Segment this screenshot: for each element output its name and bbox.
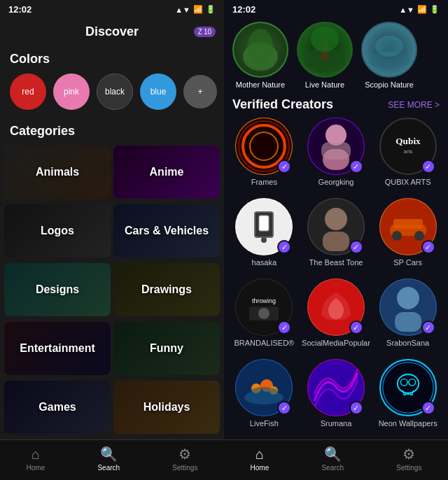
creator-neon-name: Neon Wallpapers <box>379 419 438 428</box>
nature-live-circle <box>297 22 353 78</box>
category-cars-label: Cars & Vehicles <box>125 225 209 237</box>
creator-beast-name: The Beast Tone <box>309 258 363 267</box>
svg-point-2 <box>248 29 273 64</box>
left-bottom-nav: ⌂ Home 🔍 Search ⚙ Settings <box>0 439 224 480</box>
nature-mother-circle <box>232 22 288 78</box>
creator-spcars-wrap: ✓ <box>379 198 437 255</box>
category-funny[interactable]: Funny <box>113 322 220 375</box>
creator-frames-wrap: ✓ <box>235 118 293 175</box>
right-nav-search[interactable]: 🔍 Search <box>321 446 344 472</box>
svg-point-9 <box>375 36 403 57</box>
nav-home[interactable]: ⌂ Home <box>27 446 46 472</box>
nav-home-label: Home <box>27 464 46 472</box>
creator-qubix-name: QUBIX ARTS <box>385 178 431 186</box>
svg-point-36 <box>258 308 270 319</box>
creator-srumana[interactable]: ✓ Srumana <box>302 359 371 437</box>
category-games-label: Games <box>38 401 76 414</box>
category-anime[interactable]: Anime <box>113 146 220 199</box>
right-nav-settings[interactable]: ⚙ Settings <box>396 446 421 472</box>
creator-georgking[interactable]: ✓ Georgking <box>302 118 371 195</box>
category-holidays-label: Holidays <box>144 401 190 414</box>
right-nav-home-label: Home <box>251 464 270 472</box>
nature-live[interactable]: Live Nature <box>297 22 353 89</box>
color-pink-label: pink <box>64 87 79 97</box>
category-entertainment[interactable]: Entertainment <box>4 322 111 375</box>
creator-brand-wrap: throwing ✓ <box>235 278 293 336</box>
see-more-button[interactable]: SEE MORE > <box>388 100 440 110</box>
nature-scopio[interactable]: Scopio Nature <box>361 22 417 89</box>
color-blue-label: blue <box>150 87 167 97</box>
category-games[interactable]: Games <box>4 381 111 434</box>
creator-social[interactable]: ✓ SocialMediaPopular <box>302 278 371 356</box>
svg-point-30 <box>392 231 402 241</box>
creator-qubix[interactable]: Qubix arts ✓ QUBIX ARTS <box>373 118 442 195</box>
category-animals[interactable]: Animals <box>4 146 111 199</box>
colors-row: red pink black blue + <box>0 71 224 117</box>
right-nav-home[interactable]: ⌂ Home <box>251 446 270 472</box>
color-black[interactable]: black <box>97 73 133 110</box>
creator-srumana-wrap: ✓ <box>307 359 365 416</box>
color-more-label: + <box>197 87 202 97</box>
svg-rect-17 <box>321 142 351 160</box>
creator-neon[interactable]: ✓ Neon Wallpapers <box>373 359 442 437</box>
category-holidays[interactable]: Holidays <box>113 381 220 434</box>
verified-title: Verified Creators <box>232 97 333 112</box>
qubix-verified-badge: ✓ <box>421 160 435 174</box>
left-header: Discover Z 10 <box>0 19 224 45</box>
creator-hasaka-name: hasaka <box>252 258 276 267</box>
color-blue[interactable]: blue <box>140 73 176 110</box>
category-designs[interactable]: Designs <box>4 263 111 316</box>
svg-point-26 <box>325 208 347 230</box>
discover-title: Discover <box>85 24 139 39</box>
nature-scopio-label: Scopio Nature <box>365 80 414 89</box>
right-search-icon: 🔍 <box>324 446 342 463</box>
georgking-verified-badge: ✓ <box>349 160 363 174</box>
category-drawings[interactable]: Drawings <box>113 263 220 316</box>
livefish-verified-badge: ✓ <box>277 401 291 415</box>
creator-frames[interactable]: ✓ Frames <box>230 118 299 195</box>
settings-icon: ⚙ <box>178 446 191 463</box>
creator-livefish-name: LiveFish <box>250 419 279 428</box>
creator-georgking-wrap: ✓ <box>307 118 365 175</box>
creator-brand[interactable]: throwing ✓ BRANDALISED® <box>230 278 299 356</box>
color-pink[interactable]: pink <box>53 73 90 110</box>
nav-search[interactable]: 🔍 Search <box>97 446 120 472</box>
creator-srumana-name: Srumana <box>321 419 352 428</box>
color-black-label: black <box>105 87 125 97</box>
color-more[interactable]: + <box>183 75 217 108</box>
category-drawings-label: Drawings <box>141 283 192 296</box>
creator-livefish[interactable]: ✓ LiveFish <box>230 359 299 437</box>
nature-live-label: Live Nature <box>305 80 344 89</box>
nature-mother[interactable]: Mother Nature <box>232 22 288 89</box>
left-status-bar: 12:02 ▲▼ 📶 🔋 <box>0 0 224 19</box>
nature-scroll: Mother Nature Live Nature <box>224 19 448 92</box>
category-logos[interactable]: Logos <box>4 204 111 257</box>
beast-verified-badge: ✓ <box>349 240 363 254</box>
nav-settings[interactable]: ⚙ Settings <box>172 446 197 472</box>
left-time: 12:02 <box>8 4 31 15</box>
hasaka-verified-badge: ✓ <box>277 240 291 254</box>
right-home-icon: ⌂ <box>255 446 264 463</box>
category-entertainment-label: Entertainment <box>20 342 95 355</box>
categories-label: Categories <box>0 117 224 143</box>
right-status-icons: ▲▼ 📶 🔋 <box>399 5 440 14</box>
svg-point-46 <box>250 387 278 398</box>
category-designs-label: Designs <box>36 283 79 296</box>
creator-srabon[interactable]: ✓ SrabonSana <box>373 278 442 356</box>
creator-srabon-wrap: ✓ <box>379 278 437 336</box>
srumana-verified-badge: ✓ <box>349 401 363 415</box>
category-cars[interactable]: Cars & Vehicles <box>113 204 220 257</box>
home-icon: ⌂ <box>31 446 40 463</box>
creator-spcars[interactable]: ✓ SP Cars <box>373 198 442 276</box>
search-icon: 🔍 <box>100 446 118 463</box>
right-nav-settings-label: Settings <box>396 464 421 472</box>
neon-verified-badge: ✓ <box>421 401 435 415</box>
color-red[interactable]: red <box>10 73 46 110</box>
creator-beast[interactable]: ✓ The Beast Tone <box>302 198 371 276</box>
right-nav-search-label: Search <box>321 464 344 472</box>
frames-verified-badge: ✓ <box>277 160 291 174</box>
creator-hasaka[interactable]: ✓ hasaka <box>230 198 299 276</box>
colors-label: Colors <box>0 45 224 71</box>
creator-frames-name: Frames <box>251 178 277 186</box>
category-anime-label: Anime <box>150 166 184 178</box>
